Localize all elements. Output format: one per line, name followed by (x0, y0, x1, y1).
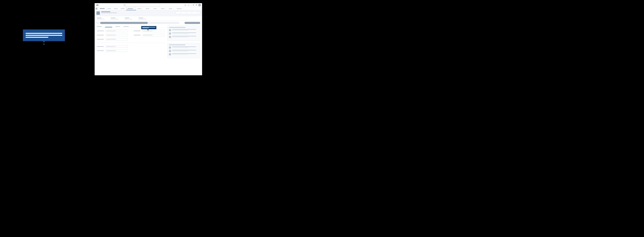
path-stage-1[interactable] (116, 22, 132, 24)
nav-tab-0[interactable] (106, 7, 112, 10)
list-item[interactable] (169, 53, 199, 55)
record-action-button[interactable] (192, 11, 197, 14)
popover-line (26, 35, 62, 36)
record-body (94, 25, 202, 61)
salesforce-cloud-logo (96, 4, 99, 6)
list-item-icon (169, 53, 171, 55)
plus-icon[interactable] (188, 4, 189, 6)
nav-tab-5[interactable] (144, 7, 152, 10)
form-field (134, 34, 164, 36)
form-field (134, 30, 164, 32)
path-stage-4[interactable] (164, 22, 179, 24)
highlight-field (111, 18, 118, 19)
field-label (134, 31, 140, 31)
form-field (97, 34, 128, 36)
record-header (94, 10, 202, 16)
svg-point-0 (124, 4, 125, 5)
field-input[interactable] (106, 45, 128, 48)
popover-line (26, 37, 48, 38)
bell-icon[interactable] (196, 4, 197, 6)
highlight-field (139, 18, 146, 19)
path-mark-complete-button[interactable] (184, 22, 200, 24)
list-item-icon (169, 36, 171, 38)
list-item[interactable] (169, 50, 199, 52)
floating-prompt-popover (23, 29, 65, 45)
record-action-button[interactable] (175, 11, 181, 14)
help-icon[interactable]: ? (191, 4, 191, 6)
field-label (97, 50, 104, 51)
field-label (97, 35, 104, 35)
path-stage-2[interactable] (132, 22, 148, 24)
path-row (94, 20, 202, 25)
list-item[interactable] (169, 32, 199, 34)
card-title (169, 44, 185, 45)
highlight-field (97, 18, 104, 19)
record-action-button[interactable] (186, 11, 192, 14)
app-name (98, 7, 106, 10)
list-item[interactable] (169, 29, 199, 31)
nav-tab-8[interactable] (168, 7, 175, 10)
related-list-card (168, 43, 200, 58)
empty-cell (134, 49, 164, 52)
highlights-panel (94, 16, 202, 20)
list-item-icon (169, 46, 171, 49)
nav-tab-4[interactable] (136, 7, 144, 10)
path-collapse-toggle[interactable] (96, 22, 99, 24)
gear-icon[interactable] (193, 4, 194, 6)
list-item-icon (169, 50, 171, 52)
chevron-down-icon (142, 8, 143, 9)
field-label (97, 31, 104, 31)
form-field (97, 30, 128, 32)
star-icon[interactable]: ▾ (184, 4, 186, 6)
detail-tab-1[interactable] (105, 26, 112, 27)
avatar-icon[interactable] (198, 4, 201, 6)
detail-tab-0[interactable] (97, 26, 102, 27)
popover-line (26, 33, 62, 34)
sidebar-column (168, 25, 200, 58)
list-item[interactable] (169, 36, 199, 38)
global-header: ▾ ? (94, 3, 202, 7)
nav-tab-3[interactable] (126, 7, 136, 10)
field-input[interactable] (106, 34, 128, 36)
field-label (97, 39, 104, 39)
field-input[interactable] (106, 30, 128, 32)
header-actions: ▾ ? (184, 4, 201, 6)
field-input[interactable] (142, 30, 164, 32)
nav-tab-1[interactable] (112, 7, 119, 10)
path-stage-3[interactable] (148, 22, 164, 24)
chevron-down-icon (182, 8, 183, 9)
list-item[interactable] (169, 46, 199, 49)
form-field (97, 49, 128, 52)
record-action-more-button[interactable] (197, 11, 200, 14)
detail-tab-2[interactable] (116, 26, 120, 27)
nav-tab-9[interactable] (175, 7, 185, 10)
related-list-card (168, 26, 200, 41)
nav-tab-6[interactable] (152, 7, 160, 10)
empty-cell (134, 45, 164, 48)
salesforce-app-window: ▾ ? (94, 3, 202, 75)
global-search-input[interactable] (123, 4, 160, 6)
record-title (101, 11, 117, 13)
popover-nub (42, 41, 45, 42)
svg-marker-2 (184, 4, 186, 6)
app-launcher-icon[interactable] (94, 7, 98, 10)
record-action-button[interactable] (181, 11, 186, 14)
card-title (169, 27, 185, 28)
field-input[interactable] (106, 38, 128, 40)
field-input[interactable] (142, 34, 164, 36)
nav-tab-2[interactable] (119, 7, 126, 10)
nav-tab-7[interactable] (160, 7, 168, 10)
field-input[interactable] (106, 49, 128, 52)
svg-point-5 (199, 4, 200, 5)
inline-prompt-popover (141, 26, 156, 29)
chevron-down-icon (165, 8, 166, 9)
main-column (96, 25, 165, 58)
popover-anchor-dot (148, 30, 148, 30)
path-stage-0[interactable] (100, 22, 116, 24)
path-component (100, 22, 179, 24)
app-navigation-bar (94, 7, 202, 10)
chevron-down-icon (134, 8, 134, 9)
record-actions (175, 11, 200, 14)
empty-cell (134, 38, 164, 40)
detail-tab-3[interactable] (124, 26, 129, 27)
